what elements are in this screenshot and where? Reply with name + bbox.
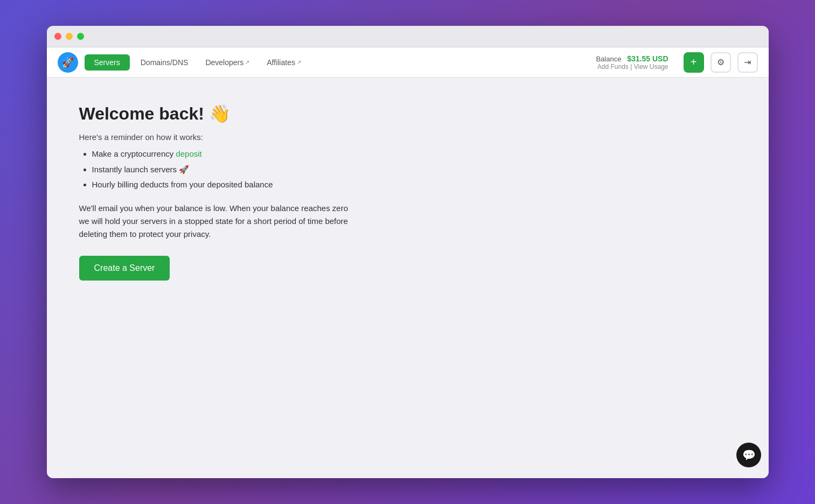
chat-widget-button[interactable]: 💬 [736,443,761,467]
create-server-button[interactable]: Create a Server [79,256,170,281]
subtitle: Here's a reminder on how it works: [79,132,736,142]
main-content: Welcome back! 👋 Here's a reminder on how… [47,78,769,478]
title-bar [47,26,769,47]
body-text: We'll email you when your balance is low… [79,202,349,241]
logo-icon[interactable]: 🚀 [58,52,78,73]
view-usage-link[interactable]: View Usage [634,63,668,71]
affiliates-nav-link[interactable]: Affiliates ↗ [260,54,308,71]
traffic-lights [54,33,84,40]
chat-icon: 💬 [742,449,756,461]
logout-icon: ⇥ [744,57,751,67]
list-item: Hourly billing deducts from your deposit… [92,179,736,191]
main-window: 🚀 Servers Domains/DNS Developers ↗ Affil… [47,26,769,478]
close-button[interactable] [54,33,61,40]
add-button[interactable]: + [684,52,704,73]
list-item: Make a cryptocurrency deposit [92,148,736,160]
logout-button[interactable]: ⇥ [737,52,758,73]
settings-button[interactable]: ⚙ [710,52,731,73]
welcome-title: Welcome back! 👋 [79,103,736,124]
balance-section: Balance $31.55 USD Add Funds | View Usag… [596,54,668,71]
navbar: 🚀 Servers Domains/DNS Developers ↗ Affil… [47,47,769,78]
balance-amount: $31.55 USD [627,54,668,63]
balance-links: Add Funds | View Usage [597,63,668,71]
list-item: Instantly launch servers 🚀 [92,164,736,176]
bullet-list: Make a cryptocurrency deposit Instantly … [79,148,736,191]
domains-dns-nav-link[interactable]: Domains/DNS [134,54,195,71]
external-link-icon: ↗ [245,59,249,65]
minimize-button[interactable] [66,33,73,40]
balance-label: Balance [596,55,621,63]
servers-nav-button[interactable]: Servers [85,54,130,71]
maximize-button[interactable] [77,33,84,40]
deposit-link[interactable]: deposit [176,149,201,158]
external-link-icon-2: ↗ [297,59,301,65]
developers-nav-link[interactable]: Developers ↗ [199,54,256,71]
gear-icon: ⚙ [717,57,725,67]
add-funds-link[interactable]: Add Funds [597,63,629,71]
